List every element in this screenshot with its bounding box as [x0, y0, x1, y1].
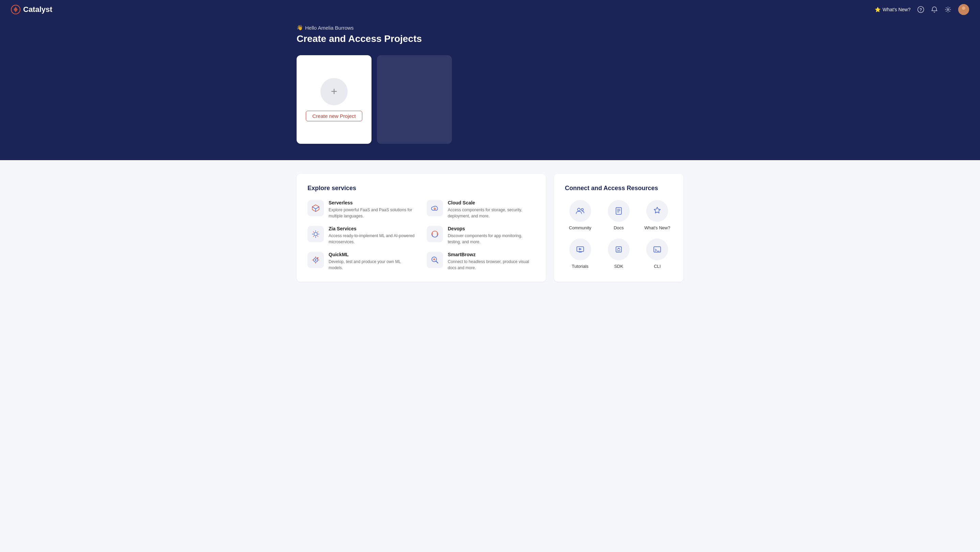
cloudscale-icon-wrap	[427, 200, 443, 216]
help-icon[interactable]: ?	[917, 6, 924, 13]
explore-title: Explore services	[307, 185, 535, 192]
plus-circle: +	[320, 78, 348, 105]
explore-panel: Explore services Serverless Explore powe…	[297, 174, 546, 282]
resource-tutorials[interactable]: Tutorials	[565, 239, 595, 269]
svg-point-13	[581, 209, 583, 211]
star-icon: ⭐	[875, 7, 881, 12]
quickml-icon	[311, 255, 320, 265]
service-serverless[interactable]: Serverless Explore powerful FaaS and Paa…	[307, 200, 416, 219]
service-cloudscale[interactable]: Cloud Scale Access components for storag…	[427, 200, 535, 219]
create-project-card[interactable]: + Create new Project	[297, 55, 372, 144]
svg-rect-14	[616, 207, 621, 214]
community-label: Community	[569, 225, 592, 230]
project-placeholder	[377, 55, 452, 144]
whatsnew-label: What's New?	[644, 225, 670, 230]
svg-rect-16	[616, 247, 621, 252]
page-title: Create and Access Projects	[297, 34, 683, 44]
devops-icon-wrap	[427, 226, 443, 242]
serverless-text: Serverless Explore powerful FaaS and Paa…	[329, 200, 416, 219]
header-right: ⭐ What's New? ?	[875, 4, 969, 15]
whats-new-button[interactable]: ⭐ What's New?	[875, 7, 910, 12]
header: Catalyst ⭐ What's New? ?	[0, 0, 980, 19]
service-smartbrowz[interactable]: SmartBrowz Connect to headless browser, …	[427, 252, 535, 271]
svg-rect-15	[577, 247, 584, 252]
resource-cli[interactable]: CLI	[642, 239, 673, 269]
greeting: 👋 Hello Amelia Burrows	[297, 24, 683, 31]
svg-point-3	[947, 9, 949, 11]
service-quickml[interactable]: QuickML Develop, test and produce your o…	[307, 252, 416, 271]
greeting-text: Hello Amelia Burrows	[305, 25, 354, 31]
hero-section: 👋 Hello Amelia Burrows Create and Access…	[0, 0, 980, 160]
devops-text: Devops Discover components for app monit…	[448, 226, 535, 245]
service-devops[interactable]: Devops Discover components for app monit…	[427, 226, 535, 245]
resource-whatsnew[interactable]: What's New?	[642, 200, 673, 230]
zia-text: Zia Services Access ready-to-implement M…	[329, 226, 416, 245]
notification-icon[interactable]	[931, 6, 938, 13]
connect-title: Connect and Access Resources	[565, 185, 673, 192]
user-avatar[interactable]	[958, 4, 969, 15]
svg-point-7	[314, 232, 317, 236]
cli-icon-wrap	[646, 239, 668, 260]
tutorials-icon	[576, 245, 585, 254]
services-grid: Serverless Explore powerful FaaS and Paa…	[307, 200, 535, 271]
zia-icon-wrap	[307, 226, 324, 242]
resource-sdk[interactable]: SDK	[603, 239, 634, 269]
sdk-icon	[614, 245, 624, 254]
quickml-icon-wrap	[307, 252, 324, 268]
svg-point-10	[317, 257, 318, 258]
logo-text: Catalyst	[23, 5, 52, 14]
main-content: Explore services Serverless Explore powe…	[286, 160, 694, 293]
docs-icon	[614, 206, 624, 216]
cloudscale-text: Cloud Scale Access components for storag…	[448, 200, 535, 219]
serverless-icon-wrap	[307, 200, 324, 216]
settings-icon[interactable]	[945, 6, 951, 13]
cli-label: CLI	[654, 264, 660, 269]
cloudscale-icon	[430, 203, 440, 213]
whatsnew-icon-wrap	[646, 200, 668, 222]
quickml-text: QuickML Develop, test and produce your o…	[329, 252, 416, 271]
bottom-panels: Explore services Serverless Explore powe…	[297, 174, 683, 282]
svg-point-5	[962, 6, 966, 10]
serverless-icon	[311, 203, 320, 213]
catalyst-logo-icon	[11, 5, 21, 14]
resource-docs[interactable]: Docs	[603, 200, 634, 230]
smartbrowz-text: SmartBrowz Connect to headless browser, …	[448, 252, 535, 271]
tutorials-icon-wrap	[570, 239, 591, 260]
zia-icon	[311, 229, 320, 239]
projects-row: + Create new Project	[297, 55, 683, 144]
smartbrowz-icon	[430, 255, 440, 265]
svg-point-9	[315, 259, 317, 261]
docs-icon-wrap	[608, 200, 630, 222]
resources-grid: Community Docs	[565, 200, 673, 269]
cli-icon	[652, 245, 662, 254]
connect-panel: Connect and Access Resources Community	[554, 174, 683, 282]
devops-icon	[430, 229, 440, 239]
community-icon-wrap	[570, 200, 591, 222]
community-icon	[576, 206, 585, 216]
whatsnew-icon	[652, 206, 662, 216]
svg-text:?: ?	[920, 8, 922, 12]
service-zia[interactable]: Zia Services Access ready-to-implement M…	[307, 226, 416, 245]
greeting-emoji: 👋	[297, 24, 303, 31]
logo[interactable]: Catalyst	[11, 5, 52, 14]
svg-point-12	[578, 208, 580, 211]
tutorials-label: Tutorials	[572, 264, 589, 269]
sdk-icon-wrap	[608, 239, 630, 260]
sdk-label: SDK	[614, 264, 624, 269]
resource-community[interactable]: Community	[565, 200, 595, 230]
docs-label: Docs	[614, 225, 624, 230]
create-project-label: Create new Project	[306, 111, 362, 121]
smartbrowz-icon-wrap	[427, 252, 443, 268]
